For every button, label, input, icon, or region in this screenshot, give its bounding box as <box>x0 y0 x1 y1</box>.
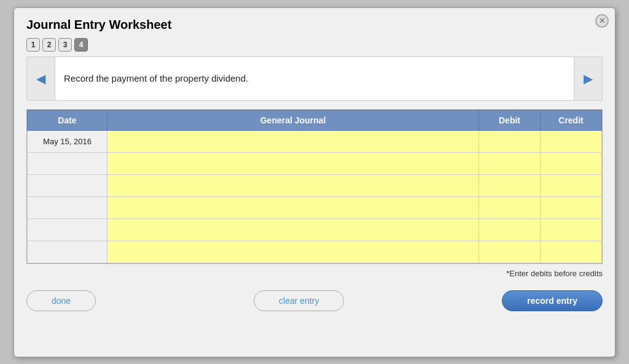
credit-cell-1[interactable] <box>541 130 602 152</box>
date-cell-6 <box>28 241 107 263</box>
instruction-text: Record the payment of the property divid… <box>55 57 574 100</box>
debit-cell-3[interactable] <box>479 174 541 196</box>
credit-cell-4[interactable] <box>541 196 602 219</box>
debit-cell-2[interactable] <box>479 152 541 174</box>
dialog-title: Journal Entry Worksheet <box>26 18 603 32</box>
date-cell-5 <box>28 219 107 241</box>
journal-cell-5[interactable] <box>107 219 479 241</box>
journal-table-container: Date General Journal Debit Credit May 15… <box>26 109 603 264</box>
journal-cell-1[interactable] <box>107 130 479 152</box>
table-row <box>28 219 602 241</box>
debit-cell-6[interactable] <box>479 241 541 263</box>
hint-text: *Enter debits before credits <box>26 266 603 284</box>
credit-cell-5[interactable] <box>541 219 602 241</box>
col-header-date: Date <box>28 110 107 130</box>
col-header-credit: Credit <box>541 110 602 130</box>
instruction-box: ◀ Record the payment of the property div… <box>26 56 603 101</box>
next-arrow-icon: ▶ <box>584 71 593 86</box>
record-entry-button[interactable]: record entry <box>502 290 603 311</box>
journal-cell-3[interactable] <box>107 174 479 196</box>
journal-table: Date General Journal Debit Credit May 15… <box>27 110 602 263</box>
button-row: done clear entry record entry <box>26 290 603 311</box>
col-header-debit: Debit <box>479 110 541 130</box>
done-button[interactable]: done <box>26 290 96 311</box>
step-tabs: 1 2 3 4 <box>26 38 603 52</box>
date-cell-4 <box>28 196 107 219</box>
step-tab-1[interactable]: 1 <box>26 38 40 52</box>
date-cell-3 <box>28 174 107 196</box>
close-button[interactable]: ✕ <box>595 14 609 28</box>
debit-cell-4[interactable] <box>479 196 541 219</box>
next-nav-button[interactable]: ▶ <box>574 57 602 100</box>
date-cell-2 <box>28 152 107 174</box>
date-cell-1: May 15, 2016 <box>28 130 107 152</box>
prev-nav-button[interactable]: ◀ <box>27 57 55 100</box>
col-header-journal: General Journal <box>107 110 479 130</box>
debit-cell-1[interactable] <box>479 130 541 152</box>
table-row <box>28 196 602 219</box>
table-row <box>28 174 602 196</box>
journal-entry-dialog: ✕ Journal Entry Worksheet 1 2 3 4 ◀ Reco… <box>14 7 615 357</box>
credit-cell-3[interactable] <box>541 174 602 196</box>
step-tab-4[interactable]: 4 <box>74 38 88 52</box>
credit-cell-6[interactable] <box>541 241 602 263</box>
clear-entry-button[interactable]: clear entry <box>254 290 344 311</box>
step-tab-3[interactable]: 3 <box>58 38 72 52</box>
credit-cell-2[interactable] <box>541 152 602 174</box>
table-row: May 15, 2016 <box>28 130 602 152</box>
debit-cell-5[interactable] <box>479 219 541 241</box>
table-row <box>28 152 602 174</box>
step-tab-2[interactable]: 2 <box>42 38 56 52</box>
journal-cell-2[interactable] <box>107 152 479 174</box>
table-row <box>28 241 602 263</box>
journal-cell-4[interactable] <box>107 196 479 219</box>
prev-arrow-icon: ◀ <box>36 71 45 86</box>
journal-cell-6[interactable] <box>107 241 479 263</box>
